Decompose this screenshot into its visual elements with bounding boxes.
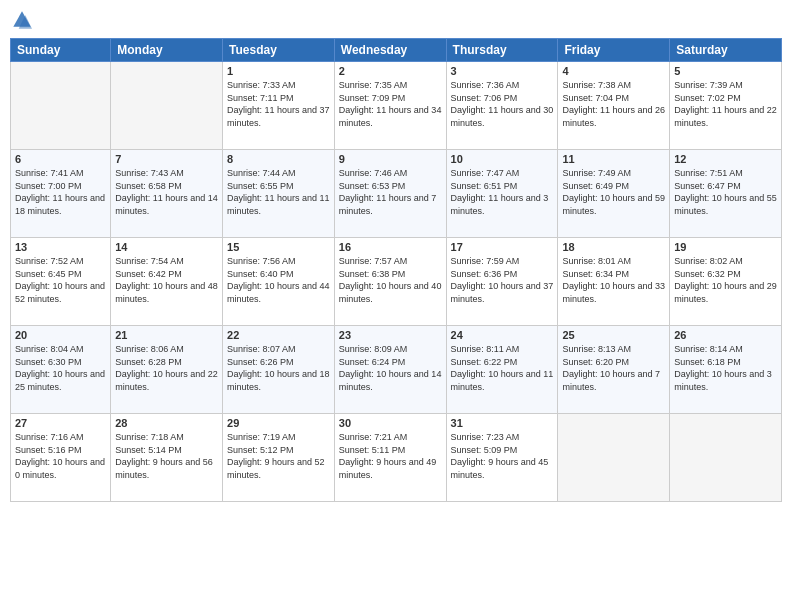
day-info: Sunrise: 7:57 AM Sunset: 6:38 PM Dayligh… [339, 255, 442, 305]
page-header [10, 10, 782, 30]
day-cell: 29Sunrise: 7:19 AM Sunset: 5:12 PM Dayli… [223, 414, 335, 502]
logo [10, 10, 32, 30]
day-info: Sunrise: 7:44 AM Sunset: 6:55 PM Dayligh… [227, 167, 330, 217]
day-cell: 11Sunrise: 7:49 AM Sunset: 6:49 PM Dayli… [558, 150, 670, 238]
day-number: 17 [451, 241, 554, 253]
logo-icon [12, 10, 32, 30]
day-cell: 15Sunrise: 7:56 AM Sunset: 6:40 PM Dayli… [223, 238, 335, 326]
day-cell: 23Sunrise: 8:09 AM Sunset: 6:24 PM Dayli… [334, 326, 446, 414]
day-cell: 17Sunrise: 7:59 AM Sunset: 6:36 PM Dayli… [446, 238, 558, 326]
day-number: 2 [339, 65, 442, 77]
day-number: 11 [562, 153, 665, 165]
day-number: 8 [227, 153, 330, 165]
day-number: 14 [115, 241, 218, 253]
day-number: 9 [339, 153, 442, 165]
day-cell: 21Sunrise: 8:06 AM Sunset: 6:28 PM Dayli… [111, 326, 223, 414]
day-info: Sunrise: 7:38 AM Sunset: 7:04 PM Dayligh… [562, 79, 665, 129]
week-row-4: 20Sunrise: 8:04 AM Sunset: 6:30 PM Dayli… [11, 326, 782, 414]
day-number: 24 [451, 329, 554, 341]
day-number: 7 [115, 153, 218, 165]
day-number: 26 [674, 329, 777, 341]
day-info: Sunrise: 7:46 AM Sunset: 6:53 PM Dayligh… [339, 167, 442, 217]
weekday-header-saturday: Saturday [670, 39, 782, 62]
day-cell: 30Sunrise: 7:21 AM Sunset: 5:11 PM Dayli… [334, 414, 446, 502]
day-info: Sunrise: 7:18 AM Sunset: 5:14 PM Dayligh… [115, 431, 218, 481]
day-info: Sunrise: 8:13 AM Sunset: 6:20 PM Dayligh… [562, 343, 665, 393]
day-cell: 13Sunrise: 7:52 AM Sunset: 6:45 PM Dayli… [11, 238, 111, 326]
day-info: Sunrise: 7:23 AM Sunset: 5:09 PM Dayligh… [451, 431, 554, 481]
day-number: 31 [451, 417, 554, 429]
day-info: Sunrise: 7:21 AM Sunset: 5:11 PM Dayligh… [339, 431, 442, 481]
week-row-3: 13Sunrise: 7:52 AM Sunset: 6:45 PM Dayli… [11, 238, 782, 326]
day-info: Sunrise: 7:36 AM Sunset: 7:06 PM Dayligh… [451, 79, 554, 129]
weekday-header-monday: Monday [111, 39, 223, 62]
day-number: 23 [339, 329, 442, 341]
day-info: Sunrise: 7:43 AM Sunset: 6:58 PM Dayligh… [115, 167, 218, 217]
weekday-header-row: SundayMondayTuesdayWednesdayThursdayFrid… [11, 39, 782, 62]
day-number: 18 [562, 241, 665, 253]
day-number: 3 [451, 65, 554, 77]
day-number: 12 [674, 153, 777, 165]
day-cell [111, 62, 223, 150]
day-info: Sunrise: 7:49 AM Sunset: 6:49 PM Dayligh… [562, 167, 665, 217]
day-cell: 28Sunrise: 7:18 AM Sunset: 5:14 PM Dayli… [111, 414, 223, 502]
day-number: 22 [227, 329, 330, 341]
day-number: 4 [562, 65, 665, 77]
day-info: Sunrise: 7:19 AM Sunset: 5:12 PM Dayligh… [227, 431, 330, 481]
calendar-page: SundayMondayTuesdayWednesdayThursdayFrid… [0, 0, 792, 612]
weekday-header-thursday: Thursday [446, 39, 558, 62]
day-cell: 10Sunrise: 7:47 AM Sunset: 6:51 PM Dayli… [446, 150, 558, 238]
day-info: Sunrise: 7:54 AM Sunset: 6:42 PM Dayligh… [115, 255, 218, 305]
day-info: Sunrise: 7:52 AM Sunset: 6:45 PM Dayligh… [15, 255, 106, 305]
day-info: Sunrise: 7:56 AM Sunset: 6:40 PM Dayligh… [227, 255, 330, 305]
day-info: Sunrise: 7:35 AM Sunset: 7:09 PM Dayligh… [339, 79, 442, 129]
weekday-header-sunday: Sunday [11, 39, 111, 62]
week-row-2: 6Sunrise: 7:41 AM Sunset: 7:00 PM Daylig… [11, 150, 782, 238]
day-info: Sunrise: 7:51 AM Sunset: 6:47 PM Dayligh… [674, 167, 777, 217]
day-info: Sunrise: 7:39 AM Sunset: 7:02 PM Dayligh… [674, 79, 777, 129]
day-info: Sunrise: 8:14 AM Sunset: 6:18 PM Dayligh… [674, 343, 777, 393]
day-cell: 9Sunrise: 7:46 AM Sunset: 6:53 PM Daylig… [334, 150, 446, 238]
day-number: 27 [15, 417, 106, 429]
day-cell [11, 62, 111, 150]
day-cell: 1Sunrise: 7:33 AM Sunset: 7:11 PM Daylig… [223, 62, 335, 150]
day-info: Sunrise: 8:09 AM Sunset: 6:24 PM Dayligh… [339, 343, 442, 393]
day-cell: 24Sunrise: 8:11 AM Sunset: 6:22 PM Dayli… [446, 326, 558, 414]
calendar-table: SundayMondayTuesdayWednesdayThursdayFrid… [10, 38, 782, 502]
day-info: Sunrise: 8:01 AM Sunset: 6:34 PM Dayligh… [562, 255, 665, 305]
day-number: 5 [674, 65, 777, 77]
weekday-header-tuesday: Tuesday [223, 39, 335, 62]
day-cell: 4Sunrise: 7:38 AM Sunset: 7:04 PM Daylig… [558, 62, 670, 150]
day-cell: 25Sunrise: 8:13 AM Sunset: 6:20 PM Dayli… [558, 326, 670, 414]
day-info: Sunrise: 7:47 AM Sunset: 6:51 PM Dayligh… [451, 167, 554, 217]
day-cell: 7Sunrise: 7:43 AM Sunset: 6:58 PM Daylig… [111, 150, 223, 238]
day-info: Sunrise: 7:33 AM Sunset: 7:11 PM Dayligh… [227, 79, 330, 129]
day-number: 19 [674, 241, 777, 253]
day-cell: 5Sunrise: 7:39 AM Sunset: 7:02 PM Daylig… [670, 62, 782, 150]
day-number: 20 [15, 329, 106, 341]
day-number: 15 [227, 241, 330, 253]
day-info: Sunrise: 7:59 AM Sunset: 6:36 PM Dayligh… [451, 255, 554, 305]
day-cell: 20Sunrise: 8:04 AM Sunset: 6:30 PM Dayli… [11, 326, 111, 414]
day-cell: 18Sunrise: 8:01 AM Sunset: 6:34 PM Dayli… [558, 238, 670, 326]
day-cell: 31Sunrise: 7:23 AM Sunset: 5:09 PM Dayli… [446, 414, 558, 502]
day-cell: 3Sunrise: 7:36 AM Sunset: 7:06 PM Daylig… [446, 62, 558, 150]
day-cell: 19Sunrise: 8:02 AM Sunset: 6:32 PM Dayli… [670, 238, 782, 326]
day-number: 13 [15, 241, 106, 253]
day-cell: 22Sunrise: 8:07 AM Sunset: 6:26 PM Dayli… [223, 326, 335, 414]
day-number: 29 [227, 417, 330, 429]
day-info: Sunrise: 7:16 AM Sunset: 5:16 PM Dayligh… [15, 431, 106, 481]
day-number: 21 [115, 329, 218, 341]
day-cell: 26Sunrise: 8:14 AM Sunset: 6:18 PM Dayli… [670, 326, 782, 414]
day-cell: 27Sunrise: 7:16 AM Sunset: 5:16 PM Dayli… [11, 414, 111, 502]
day-number: 28 [115, 417, 218, 429]
day-info: Sunrise: 8:06 AM Sunset: 6:28 PM Dayligh… [115, 343, 218, 393]
day-info: Sunrise: 7:41 AM Sunset: 7:00 PM Dayligh… [15, 167, 106, 217]
day-cell: 14Sunrise: 7:54 AM Sunset: 6:42 PM Dayli… [111, 238, 223, 326]
day-cell: 6Sunrise: 7:41 AM Sunset: 7:00 PM Daylig… [11, 150, 111, 238]
day-cell: 12Sunrise: 7:51 AM Sunset: 6:47 PM Dayli… [670, 150, 782, 238]
day-number: 1 [227, 65, 330, 77]
weekday-header-friday: Friday [558, 39, 670, 62]
day-info: Sunrise: 8:07 AM Sunset: 6:26 PM Dayligh… [227, 343, 330, 393]
week-row-1: 1Sunrise: 7:33 AM Sunset: 7:11 PM Daylig… [11, 62, 782, 150]
